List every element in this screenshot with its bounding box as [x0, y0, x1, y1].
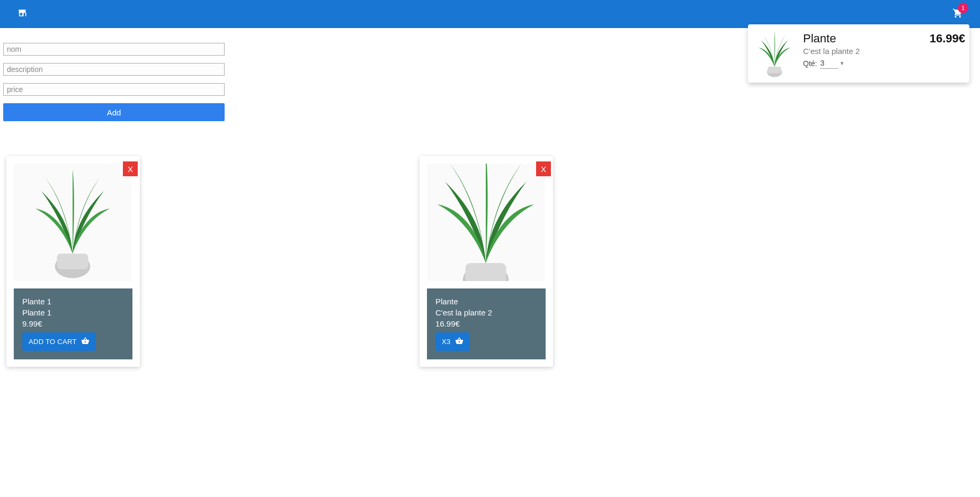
delete-product-button[interactable]: X: [123, 161, 138, 176]
product-description: C'est la plante 2: [435, 307, 537, 318]
product-name: Plante: [435, 296, 537, 307]
cart-dropdown: Plante 16.99€ C'est la plante 2 Qté: 3 ▼: [748, 24, 969, 83]
products-row: X Plante 1 Plante 1 9.99€ ADD TO CART X …: [0, 124, 980, 373]
add-to-cart-label: ADD TO CART: [29, 338, 77, 346]
cart-item-qty-row: Qté: 3 ▼: [803, 58, 965, 69]
add-to-cart-button[interactable]: ADD TO CART: [22, 332, 96, 351]
cart-item: Plante 16.99€ C'est la plante 2 Qté: 3 ▼: [752, 29, 965, 78]
product-info: Plante 1 Plante 1 9.99€ ADD TO CART: [14, 288, 132, 359]
qty-select[interactable]: 3: [820, 58, 838, 69]
add-product-form: Add: [0, 28, 228, 124]
price-input[interactable]: [3, 83, 225, 96]
add-to-cart-button[interactable]: X3: [435, 332, 470, 351]
product-image: [427, 164, 545, 281]
chevron-down-icon[interactable]: ▼: [839, 60, 844, 66]
product-name: Plante 1: [22, 296, 124, 307]
product-card: X Plante 1 Plante 1 9.99€ ADD TO CART: [6, 156, 140, 367]
product-info: Plante C'est la plante 2 16.99€ X3: [427, 288, 546, 359]
qty-label: Qté:: [803, 59, 817, 68]
description-input[interactable]: [3, 63, 225, 76]
name-input[interactable]: [3, 43, 225, 56]
add-button[interactable]: Add: [3, 103, 225, 121]
header-left: [17, 8, 28, 21]
basket-icon: [81, 337, 90, 347]
store-icon[interactable]: [17, 8, 28, 21]
cart-item-price: 16.99€: [930, 32, 965, 46]
product-price: 9.99€: [22, 318, 124, 329]
cart-item-title: Plante: [803, 32, 836, 46]
header-right: 1: [952, 8, 963, 21]
cart-item-body: Plante 16.99€ C'est la plante 2 Qté: 3 ▼: [803, 29, 965, 69]
cart-item-image: [752, 29, 797, 78]
product-description: Plante 1: [22, 307, 124, 318]
add-to-cart-label: X3: [442, 338, 451, 346]
cart-item-description: C'est la plante 2: [803, 47, 965, 56]
cart-button[interactable]: 1: [952, 8, 963, 21]
cart-item-top-row: Plante 16.99€: [803, 32, 965, 46]
product-price: 16.99€: [435, 318, 537, 329]
cart-badge: 1: [958, 3, 968, 13]
basket-icon: [455, 337, 464, 347]
product-card: X Plante C'est la plante 2 16.99€ X3: [420, 156, 553, 367]
product-image: [14, 164, 131, 281]
